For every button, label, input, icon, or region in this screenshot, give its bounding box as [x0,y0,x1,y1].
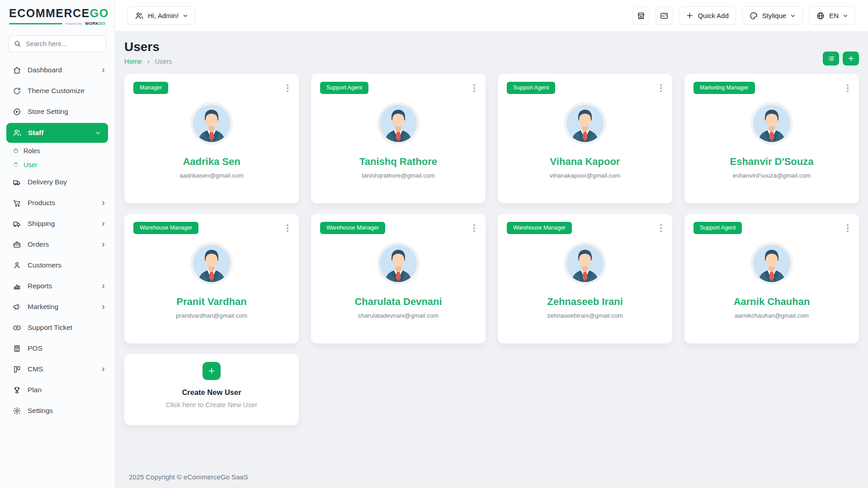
mail-button[interactable] [656,6,673,25]
sidebar-item-delivery-boy[interactable]: Delivery Boy [0,172,114,192]
chevron-down-icon [843,13,848,19]
sidebar: ECOMMERCEGO Powered By WORKDO Dashboard … [0,0,115,488]
cms-icon [13,365,21,374]
brand-tagline: Powered By WORKDO [9,21,105,26]
search-input[interactable] [8,35,106,52]
sidebar-item-products[interactable]: Products [0,192,114,213]
delivery-van-icon [13,178,21,187]
card-menu-button[interactable] [285,82,290,94]
avatar [750,242,793,285]
sidebar-item-pos[interactable]: POS [0,338,114,359]
bullet-icon [14,163,18,167]
sidebar-item-dashboard[interactable]: Dashboard [0,60,114,80]
sidebar-item-cms[interactable]: CMS [0,359,114,380]
quick-add-button[interactable]: Quick Add [679,6,736,25]
chevron-down-icon [790,13,796,19]
role-badge: Warehouse Manager [320,222,385,234]
breadcrumb-home-link[interactable]: Home [124,58,142,65]
role-badge: Support Agent [507,82,555,94]
admin-menu-button[interactable]: Hi, Admin! [127,6,195,25]
chevron-right-icon [100,242,106,248]
card-menu-button[interactable] [472,82,476,94]
footer-copyright: 2025 Copyright © eCommerceGo SaaS [124,473,859,488]
sidebar-item-label: CMS [28,365,43,373]
user-name[interactable]: Pranit Vardhan [176,296,246,308]
bullet-icon [14,149,18,153]
sidebar-item-store-setting[interactable]: Store Setting [0,101,114,122]
store-setting-icon [13,108,21,116]
staff-icon [13,128,22,137]
create-user-header-button[interactable] [843,52,859,66]
brand-logo[interactable]: ECOMMERCEGO Powered By WORKDO [0,0,114,32]
user-name[interactable]: Aarnik Chauhan [734,296,810,308]
sidebar-item-label: Settings [28,407,53,415]
mail-icon [660,11,669,20]
sidebar-item-label: Dashboard [28,66,62,74]
user-card: Warehouse Manager Pranit Vardhan pranitv… [124,214,299,343]
card-menu-button[interactable] [285,222,290,235]
content: Users Home Users [115,32,868,488]
storefront-button[interactable] [632,6,650,25]
sidebar-item-plan[interactable]: Plan [0,380,114,400]
avatar [377,242,420,285]
plus-icon [686,12,693,19]
user-card: Warehouse Manager Charulata Devnani char… [311,214,486,343]
chevron-right-icon [100,221,106,227]
avatar [377,102,420,145]
language-label: EN [829,12,839,19]
user-name[interactable]: Eshanvir D'Souza [730,156,814,168]
home-icon [13,66,21,75]
sidebar-item-marketing[interactable]: Marketing [0,296,114,317]
user-card: Support Agent Vihana Kapoor vihanakapoor… [498,74,672,203]
sidebar-item-label: Reports [28,282,52,290]
user-email: vihanakapoor@gmail.com [550,172,620,179]
sidebar-item-label: Plan [28,386,42,394]
user-card: Support Agent Tanishq Rathore tanishqrat… [311,74,486,203]
user-name[interactable]: Vihana Kapoor [550,156,620,168]
user-card: Support Agent Aarnik Chauhan aarnikchauh… [684,214,859,343]
avatar [563,242,607,285]
user-email: zehnaseebIrani@gmail.com [547,312,623,319]
chevron-down-icon [95,130,101,136]
role-badge: Manager [133,82,168,94]
list-view-button[interactable] [823,52,839,66]
avatar [750,102,793,145]
card-menu-button[interactable] [659,82,663,94]
create-user-plus-button[interactable] [203,362,221,380]
sidebar-item-customers[interactable]: Customers [0,255,114,276]
storefront-icon [637,11,646,20]
gear-icon [13,407,21,415]
sidebar-subitem-roles[interactable]: Roles [0,144,114,158]
user-name[interactable]: Charulata Devnani [354,296,442,308]
sidebar-item-settings[interactable]: Settings [0,400,114,421]
trophy-icon [13,386,21,394]
role-badge: Marketing Manager [693,82,755,94]
sidebar-item-label: Delivery Boy [28,178,67,186]
plus-icon [847,55,855,62]
card-menu-button[interactable] [845,222,850,235]
sidebar-item-shipping[interactable]: Shipping [0,213,114,234]
sidebar-item-reports[interactable]: Reports [0,276,114,296]
theme-select-button[interactable]: Stylique [742,6,803,25]
card-menu-button[interactable] [472,222,476,235]
create-user-card[interactable]: Create New User Click here to Create New… [124,354,299,425]
user-name[interactable]: Aadrika Sen [183,156,240,168]
brand-logo-text: ECOMMERCEGO [9,8,105,19]
user-email: aarnikchauhan@gmail.com [735,312,809,319]
breadcrumb: Home Users [124,58,172,65]
user-name[interactable]: Zehnaseeb Irani [547,296,623,308]
search-icon [14,40,21,47]
user-name[interactable]: Tanishq Rathore [359,156,437,168]
sidebar-item-theme-customize[interactable]: Theme Customize [0,80,114,101]
sidebar-item-orders[interactable]: Orders [0,234,114,255]
role-badge: Warehouse Manager [507,222,572,234]
user-card: Warehouse Manager Zehnaseeb Irani zehnas… [498,214,672,343]
card-menu-button[interactable] [845,82,850,94]
card-menu-button[interactable] [659,222,663,235]
theme-label: Stylique [762,12,786,19]
chevron-right-icon [146,59,151,64]
language-select-button[interactable]: EN [809,6,855,25]
sidebar-item-staff[interactable]: Staff [6,123,108,143]
sidebar-item-support-ticket[interactable]: Support Ticket [0,317,114,338]
sidebar-subitem-user[interactable]: User [0,158,114,172]
